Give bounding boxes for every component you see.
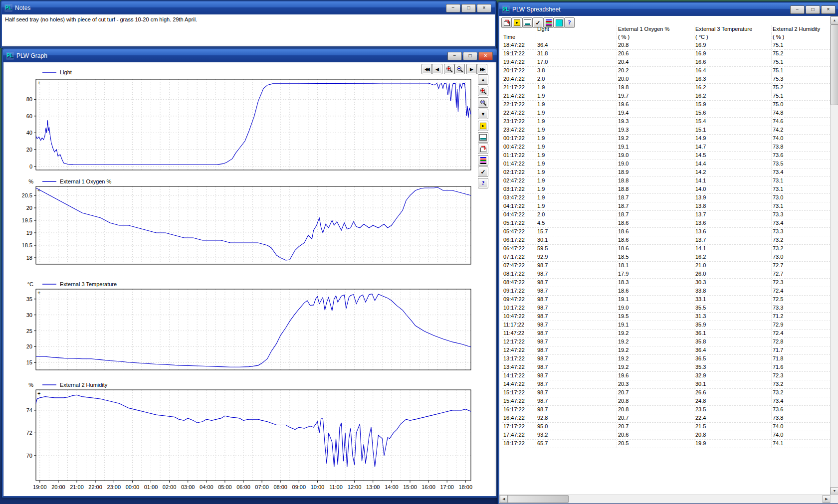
zoom-in-button[interactable] [444, 64, 454, 74]
table-row[interactable]: 10:47:2298.719.531.371.2 [502, 313, 831, 321]
table-row[interactable]: 02:47:221.918.814.173.1 [502, 177, 831, 185]
table-cell: 73.0 [772, 194, 831, 202]
table-row[interactable]: 14:47:2298.720.330.173.2 [502, 380, 831, 389]
minimize-button[interactable]: − [447, 52, 462, 60]
table-row[interactable]: 03:17:221.918.814.073.1 [502, 185, 831, 194]
table-row[interactable]: 01:17:221.919.014.573.6 [502, 152, 831, 160]
scroll-left-arrow[interactable]: ◀ [500, 495, 508, 503]
table-row[interactable]: 20:17:223.820.216.475.1 [502, 67, 831, 75]
table-row[interactable]: 16:47:2292.820.722.473.8 [502, 414, 831, 423]
table-row[interactable]: 13:17:2298.719.236.571.8 [502, 355, 831, 363]
scroll-down-button[interactable]: ▼ [478, 109, 488, 119]
horizontal-scrollbar[interactable]: ◀ ▶ [499, 495, 831, 504]
copy-button[interactable]: ▸ [478, 121, 488, 131]
table-row[interactable]: 15:17:2298.720.726.673.2 [502, 389, 831, 397]
scroll-right-arrow[interactable]: ▶ [823, 495, 831, 503]
table-row[interactable]: 04:47:222.018.713.773.3 [502, 211, 831, 219]
maximize-button[interactable]: □ [806, 5, 820, 14]
table-row[interactable]: 08:17:2298.717.926.072.7 [502, 270, 831, 279]
table-row[interactable]: 23:47:221.919.315.174.2 [502, 126, 831, 135]
scroll-end-button[interactable]: ▶▶ [477, 64, 487, 74]
table-cell: 19.6 [617, 372, 694, 380]
table-row[interactable]: 15:47:2298.720.824.873.4 [502, 397, 831, 406]
vertical-scrollbar[interactable]: ▲ ▼ [830, 16, 838, 496]
table-row[interactable]: 06:47:2259.518.614.173.2 [502, 245, 831, 253]
table-row[interactable]: 20:47:222.020.016.375.3 [502, 75, 831, 84]
close-button[interactable]: × [821, 5, 836, 14]
vertical-scroll-thumb[interactable] [831, 24, 838, 105]
scroll-start-button[interactable]: ◀◀ [421, 64, 432, 74]
table-row[interactable]: 19:17:2231.820.616.975.2 [502, 50, 831, 58]
horizontal-scroll-thumb[interactable] [508, 495, 569, 503]
table-cell: 01:17:22 [502, 152, 536, 160]
table-row[interactable]: 11:17:2298.719.135.972.9 [502, 321, 831, 330]
maximize-button[interactable]: □ [461, 4, 476, 12]
zoom-out-button[interactable] [454, 64, 465, 74]
table-row[interactable]: 23:17:221.919.315.474.6 [502, 118, 831, 126]
close-button[interactable]: × [478, 52, 493, 60]
scroll-right-button[interactable]: ▶ [466, 64, 477, 74]
table-row[interactable]: 19:47:2217.020.416.675.1 [502, 58, 831, 67]
zoom-out-y-button[interactable] [478, 97, 488, 108]
table-row[interactable]: 01:47:221.919.014.473.5 [502, 160, 831, 168]
table-row[interactable]: 18:47:2236.420.816.975.1 [502, 41, 831, 50]
table-row[interactable]: 21:17:221.919.816.275.2 [502, 84, 831, 92]
table-cell: 73.2 [772, 380, 831, 388]
options-button[interactable]: ✓ [478, 167, 488, 177]
zoom-in-y-button[interactable] [478, 86, 488, 96]
table-cell: 14:47:22 [502, 380, 536, 388]
notes-text[interactable]: Half seed tray (no holes) with piece of … [5, 16, 197, 22]
table-row[interactable]: 21:47:221.919.716.275.1 [502, 92, 831, 101]
notes-titlebar[interactable]: PL Notes − □ × [1, 1, 495, 14]
help-button[interactable]: ? [478, 178, 488, 188]
table-cell: 75.1 [772, 92, 831, 100]
table-row[interactable]: 07:47:2298.718.121.072.7 [502, 262, 831, 270]
table-cell: 20.0 [617, 75, 694, 83]
table-row[interactable]: 00:17:221.919.214.974.0 [502, 135, 831, 143]
export-button[interactable] [478, 144, 488, 154]
spreadsheet-titlebar[interactable]: PL PLW Spreadsheet − □ × [499, 3, 838, 15]
spreadsheet-view-button[interactable] [478, 155, 488, 166]
table-row[interactable]: 12:17:2298.719.235.872.8 [502, 338, 831, 346]
table-row[interactable]: 08:47:2298.718.330.372.3 [502, 279, 831, 287]
charts-canvas: 020406080+Light1818.51919.52020.5+%Exter… [3, 62, 494, 494]
table-row[interactable]: 07:17:2292.918.516.273.0 [502, 253, 831, 262]
scroll-up-button[interactable]: ▲ [478, 74, 488, 85]
table-row[interactable]: 11:47:2298.719.236.172.4 [502, 330, 831, 338]
table-row[interactable]: 18:17:2265.720.519.974.1 [502, 440, 831, 448]
table-row[interactable]: 17:47:2293.220.620.874.0 [502, 431, 831, 440]
graph-titlebar[interactable]: PL PLW Graph − □ × [3, 49, 497, 62]
table-row[interactable]: 14:17:2298.719.632.972.3 [502, 372, 831, 380]
table-row[interactable]: 09:17:2298.718.633.872.4 [502, 287, 831, 296]
table-row[interactable]: 13:47:2298.719.235.371.6 [502, 363, 831, 372]
table-cell: 20.2 [617, 67, 694, 75]
minimize-button[interactable]: − [790, 5, 805, 14]
maximize-button[interactable]: □ [463, 52, 477, 60]
table-row[interactable]: 16:17:2298.720.823.573.6 [502, 406, 831, 414]
table-row[interactable]: 02:17:221.918.914.273.4 [502, 168, 831, 177]
table-row[interactable]: 22:47:221.919.415.674.8 [502, 109, 831, 118]
table-row[interactable]: 22:17:221.919.615.975.0 [502, 101, 831, 109]
scroll-down-arrow[interactable]: ▼ [831, 487, 838, 495]
close-button[interactable]: × [477, 4, 491, 12]
minimize-button[interactable]: − [446, 4, 460, 12]
table-row[interactable]: 06:17:2230.118.613.773.2 [502, 236, 831, 245]
table-row[interactable]: 17:17:2295.020.721.574.0 [502, 423, 831, 431]
table-row[interactable]: 00:47:221.919.114.773.8 [502, 143, 831, 152]
table-row[interactable]: 05:17:224.518.613.673.4 [502, 219, 831, 228]
scroll-up-arrow[interactable]: ▲ [831, 16, 838, 24]
table-row[interactable]: 03:47:221.918.713.973.0 [502, 194, 831, 202]
table-cell: 14:17:22 [502, 372, 536, 380]
x-tick-label: 13:00 [366, 484, 380, 490]
table-row[interactable]: 04:17:221.918.713.873.1 [502, 202, 831, 211]
table-row[interactable]: 09:47:2298.719.133.172.5 [502, 296, 831, 304]
table-row[interactable]: 05:47:2215.718.613.673.3 [502, 228, 831, 236]
table-cell: 1.9 [536, 202, 617, 210]
monitor-view-button[interactable] [478, 132, 488, 143]
table-row[interactable]: 10:17:2298.719.035.573.3 [502, 304, 831, 313]
notes-window: PL Notes − □ × Half seed tray (no holes)… [0, 0, 497, 48]
table-row[interactable]: 12:47:2298.719.236.471.7 [502, 346, 831, 355]
table-cell: 19.2 [617, 338, 694, 346]
scroll-left-button[interactable]: ◀ [432, 64, 442, 74]
column-header-cell: ( °C ) [694, 33, 772, 41]
